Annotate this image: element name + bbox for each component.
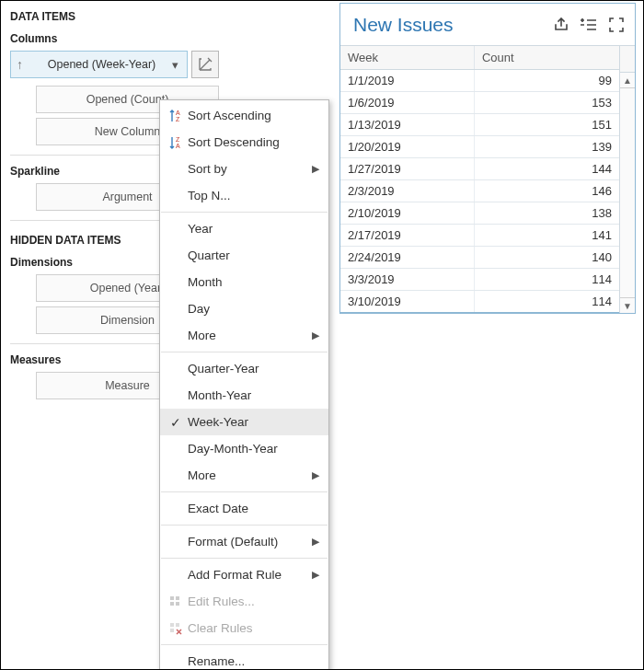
context-menu: AZ Sort Ascending ZA Sort Descending Sor… — [159, 99, 329, 670]
submenu-arrow-icon: ▶ — [308, 163, 319, 175]
menu-exact-date[interactable]: Exact Date — [160, 495, 328, 522]
menu-separator — [161, 352, 328, 352]
cell-count: 99 — [474, 70, 619, 92]
sort-asc-arrow-icon: ↑ — [17, 57, 28, 72]
cell-count: 153 — [474, 92, 619, 114]
sort-desc-icon: ZA — [164, 135, 188, 150]
table-row[interactable]: 1/6/2019153 — [340, 92, 619, 114]
data-items-heading: DATA ITEMS — [10, 10, 219, 23]
scrollbar-header-spacer — [620, 46, 635, 73]
menu-separator — [161, 558, 328, 559]
cell-week: 1/13/2019 — [340, 114, 474, 136]
widget-toolbar — [552, 16, 626, 34]
menu-top-n[interactable]: Top N... — [160, 182, 328, 209]
cell-count: 146 — [474, 180, 619, 202]
column-chip-label: Opened (Week-Year) — [31, 58, 172, 71]
cell-count: 151 — [474, 114, 619, 136]
column-chip-opened-week-year[interactable]: ↑ Opened (Week-Year) ▾ — [10, 51, 188, 78]
data-table: Week Count 1/1/2019991/6/20191531/13/201… — [340, 46, 619, 313]
cell-count: 114 — [474, 291, 619, 313]
scroll-down-button[interactable]: ▼ — [620, 297, 635, 313]
columns-heading: Columns — [10, 32, 219, 45]
menu-separator — [161, 491, 328, 492]
table-row[interactable]: 1/27/2019144 — [340, 158, 619, 180]
column-edit-button[interactable] — [191, 51, 219, 78]
scroll-track[interactable] — [620, 88, 635, 297]
svg-rect-9 — [176, 623, 179, 627]
cell-week: 2/24/2019 — [340, 247, 474, 269]
table-row[interactable]: 1/1/201999 — [340, 70, 619, 92]
widget-header: New Issues — [340, 4, 635, 46]
cell-week: 2/3/2019 — [340, 180, 474, 202]
menu-year[interactable]: Year — [160, 215, 328, 242]
svg-rect-10 — [170, 629, 174, 632]
svg-text:Z: Z — [176, 136, 180, 143]
col-header-week[interactable]: Week — [340, 46, 474, 70]
menu-add-format-rule[interactable]: Add Format Rule▶ — [160, 561, 328, 588]
edit-rules-icon — [164, 595, 188, 608]
svg-rect-7 — [176, 602, 179, 606]
table-row[interactable]: 3/10/2019114 — [340, 291, 619, 313]
menu-clear-rules: Clear Rules — [160, 615, 328, 641]
svg-rect-8 — [170, 623, 174, 627]
cell-count: 141 — [474, 225, 619, 247]
menu-more-2[interactable]: More▶ — [160, 462, 328, 489]
svg-text:A: A — [176, 110, 180, 116]
cell-week: 2/10/2019 — [340, 202, 474, 225]
menu-separator — [161, 644, 328, 645]
export-icon[interactable] — [552, 16, 570, 34]
table-row[interactable]: 3/3/2019114 — [340, 269, 619, 291]
cell-count: 138 — [474, 202, 619, 225]
filter-list-icon[interactable] — [580, 16, 598, 34]
submenu-arrow-icon: ▶ — [308, 329, 319, 341]
svg-rect-5 — [176, 596, 179, 600]
menu-rename[interactable]: Rename... — [160, 648, 328, 670]
svg-rect-4 — [170, 596, 174, 600]
cell-week: 1/27/2019 — [340, 158, 474, 180]
table-row[interactable]: 2/3/2019146 — [340, 180, 619, 202]
svg-text:A: A — [176, 143, 180, 149]
scroll-up-button[interactable]: ▲ — [620, 73, 635, 88]
menu-week-year[interactable]: ✓Week-Year — [160, 409, 328, 435]
svg-rect-6 — [170, 602, 174, 606]
cell-week: 1/20/2019 — [340, 136, 474, 158]
table-row[interactable]: 2/17/2019141 — [340, 225, 619, 247]
menu-day[interactable]: Day — [160, 295, 328, 322]
widget-title: New Issues — [353, 14, 454, 36]
menu-quarter-year[interactable]: Quarter-Year — [160, 355, 328, 382]
svg-text:Z: Z — [176, 116, 180, 122]
menu-sort-descending[interactable]: ZA Sort Descending — [160, 129, 328, 156]
menu-separator — [161, 212, 328, 213]
table-row[interactable]: 2/24/2019140 — [340, 247, 619, 269]
cell-week: 3/10/2019 — [340, 291, 474, 313]
cell-count: 140 — [474, 247, 619, 269]
cell-count: 144 — [474, 158, 619, 180]
table-row[interactable]: 2/10/2019138 — [340, 202, 619, 225]
menu-more-1[interactable]: More▶ — [160, 322, 328, 349]
menu-sort-ascending[interactable]: AZ Sort Ascending — [160, 102, 328, 129]
cell-week: 2/17/2019 — [340, 225, 474, 247]
submenu-arrow-icon: ▶ — [308, 569, 319, 581]
vertical-scrollbar[interactable]: ▲ ▼ — [619, 46, 635, 313]
cell-week: 1/6/2019 — [340, 92, 474, 114]
cell-count: 139 — [474, 136, 619, 158]
clear-rules-icon — [164, 622, 188, 635]
check-icon: ✓ — [170, 415, 181, 430]
cell-week: 1/1/2019 — [340, 70, 474, 92]
maximize-icon[interactable] — [607, 16, 626, 34]
submenu-arrow-icon: ▶ — [308, 469, 319, 481]
submenu-arrow-icon: ▶ — [308, 536, 319, 548]
menu-edit-rules: Edit Rules... — [160, 588, 328, 615]
menu-month[interactable]: Month — [160, 269, 328, 295]
table-row[interactable]: 1/13/2019151 — [340, 114, 619, 136]
menu-sort-by[interactable]: Sort by▶ — [160, 156, 328, 182]
menu-quarter[interactable]: Quarter — [160, 242, 328, 269]
chevron-down-icon: ▾ — [172, 58, 181, 72]
menu-format[interactable]: Format (Default)▶ — [160, 528, 328, 555]
menu-month-year[interactable]: Month-Year — [160, 382, 328, 409]
table-row[interactable]: 1/20/2019139 — [340, 136, 619, 158]
cell-count: 114 — [474, 269, 619, 291]
col-header-count[interactable]: Count — [474, 46, 619, 70]
menu-separator — [161, 525, 328, 526]
menu-day-month-year[interactable]: Day-Month-Year — [160, 435, 328, 462]
